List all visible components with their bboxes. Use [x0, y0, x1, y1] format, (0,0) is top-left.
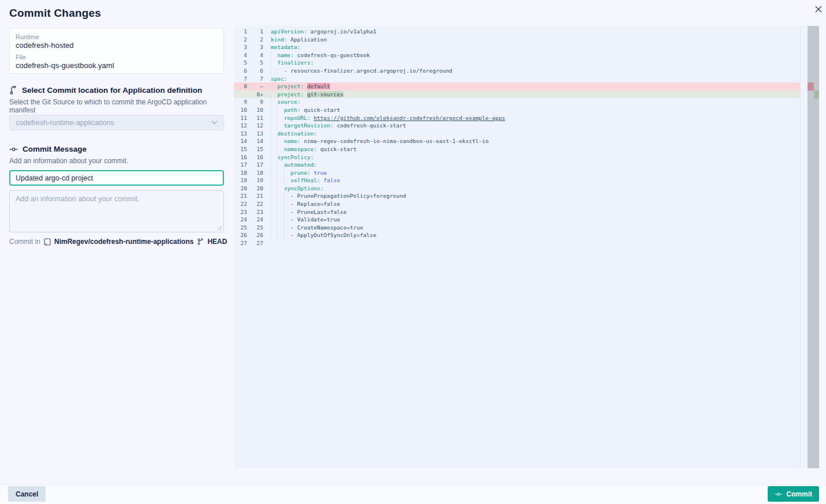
old-line-number: 4: [234, 51, 250, 59]
resize-handle-icon[interactable]: [217, 225, 222, 231]
commit-in-row: Commit in NimRegev/codefresh-runtime-app…: [9, 238, 227, 246]
diff-row: 1919selfHeal: false: [234, 176, 800, 185]
indent-guide: [277, 67, 283, 75]
new-line-number: 3: [250, 43, 266, 51]
diff-row: 2626- ApplyOutOfSyncOnly=false: [234, 231, 800, 239]
indent-guide: [271, 224, 277, 232]
code-token-add: git-sources: [307, 91, 343, 97]
indent-guide: [271, 114, 277, 122]
code-line: - ApplyOutOfSyncOnly=false: [271, 231, 376, 239]
code-token-key: selfHeal:: [290, 177, 320, 183]
git-source-select-value: codefresh-runtime-applications: [16, 119, 114, 127]
old-line-number: 7: [234, 75, 250, 83]
indent-guide: [277, 200, 283, 208]
code-token-key: destination:: [277, 130, 317, 137]
indent-guide: [277, 176, 283, 185]
runtime-label: Runtime: [16, 33, 218, 41]
diff-editor[interactable]: 11apiVersion: argoproj.io/v1alpha122kind…: [234, 26, 820, 468]
code-token-plain: - CreateNamespace=true: [290, 224, 363, 231]
code-token-key: kind:: [271, 36, 287, 43]
close-icon: [815, 6, 822, 13]
indent-guide: [277, 106, 283, 114]
diff-code: 11apiVersion: argoproj.io/v1alpha122kind…: [234, 26, 801, 468]
diff-row: 2727: [234, 239, 800, 247]
code-line: kind: Application: [271, 36, 327, 44]
commit-message-subtitle: Add an information about your commit.: [9, 157, 224, 165]
new-line-number: 11: [250, 114, 266, 122]
code-token-key: syncOptions:: [284, 185, 324, 191]
new-line-number: 20: [250, 185, 266, 193]
new-line-number: 9: [250, 98, 266, 106]
code-token-plain: - ApplyOutOfSyncOnly=false: [290, 232, 376, 238]
commit-description-wrap: [9, 190, 224, 232]
indent-guide: [277, 185, 283, 193]
indent-guide: [271, 59, 277, 67]
new-line-number: 14: [250, 137, 266, 145]
old-line-number: 24: [234, 216, 250, 224]
code-line: project: git-sources: [271, 91, 343, 99]
cancel-button[interactable]: Cancel: [8, 486, 46, 502]
overview-mark-removed: [808, 82, 814, 91]
close-button[interactable]: [813, 3, 824, 15]
new-line-number: 5: [250, 59, 266, 67]
diff-row: 1010path: quick-start: [234, 106, 800, 114]
repo-url-link[interactable]: https://github.com/oleksandr-codefresh/a…: [313, 115, 505, 121]
indent-guide: [271, 91, 277, 99]
indent-guide: [277, 192, 283, 200]
indent-guide: [284, 208, 290, 216]
new-line-number: 16: [250, 153, 266, 161]
old-line-number: 17: [234, 161, 250, 169]
diff-row: 55finalizers:: [234, 59, 800, 67]
code-token-bool: true: [313, 170, 327, 176]
commit-button[interactable]: Commit: [768, 486, 819, 502]
indent-guide: [277, 145, 283, 153]
indent-guide: [271, 130, 277, 138]
code-line: automated:: [271, 161, 317, 169]
new-line-number: 23: [250, 208, 266, 216]
diff-row: 44name: codefresh-qs-guestbook: [234, 51, 800, 59]
code-line: - Replace=false: [271, 200, 340, 208]
code-token-plain: - Validate=true: [290, 216, 340, 223]
diff-scrollbar[interactable]: [808, 26, 819, 468]
new-line-number: 25: [250, 224, 266, 232]
indent-guide: [284, 224, 290, 232]
code-token-plain: - PruneLast=false: [290, 209, 346, 215]
code-line: finalizers:: [271, 59, 313, 67]
code-token-key: syncPolicy:: [277, 154, 313, 160]
code-line: - resources-finalizer.argocd.argoproj.io…: [271, 67, 453, 75]
commit-button-icon: [775, 491, 782, 498]
commit-location-title: Select Commit location for Application d…: [22, 86, 202, 95]
indent-guide: [271, 200, 277, 208]
new-line-number: 2: [250, 36, 266, 44]
code-token-key: path:: [284, 107, 301, 113]
commit-location-section: Select Commit location for Application d…: [9, 86, 224, 114]
indent-guide: [271, 192, 277, 200]
diff-row: 1212targetRevision: codefresh-quick-star…: [234, 122, 800, 130]
commit-description-textarea[interactable]: [9, 190, 224, 232]
code-token-plain: - Replace=false: [290, 201, 340, 207]
page-title: Commit Changes: [9, 7, 101, 20]
code-line: name: nima-regev-codefresh-io-nima-sandb…: [271, 137, 489, 145]
diff-row: 8+project: git-sources: [234, 91, 800, 99]
code-line: syncPolicy:: [271, 153, 313, 161]
diff-row: 2525- CreateNamespace=true: [234, 224, 800, 232]
code-line: targetRevision: codefresh-quick-start: [271, 122, 406, 130]
indent-guide: [284, 192, 290, 200]
code-line: metadata:: [271, 43, 300, 51]
indent-guide: [277, 169, 283, 177]
indent-guide: [271, 106, 277, 114]
commit-button-label: Commit: [786, 490, 812, 498]
code-token-key: namespace:: [284, 146, 317, 152]
file-value: codefresh-qs-guestbook.yaml: [16, 61, 218, 70]
git-source-select[interactable]: codefresh-runtime-applications: [9, 115, 224, 130]
commit-in-label: Commit in: [9, 238, 40, 246]
indent-guide: [277, 161, 283, 169]
commit-summary-input[interactable]: [9, 170, 224, 186]
new-line-number: 12: [250, 122, 266, 130]
old-line-number: 15: [234, 145, 250, 153]
diff-row: 2323- PruneLast=false: [234, 208, 800, 216]
diff-row: 33metadata:: [234, 43, 800, 51]
commit-message-title: Commit Message: [23, 145, 87, 153]
repo-icon: [44, 238, 51, 246]
code-line: apiVersion: argoproj.io/v1alpha1: [271, 28, 376, 36]
